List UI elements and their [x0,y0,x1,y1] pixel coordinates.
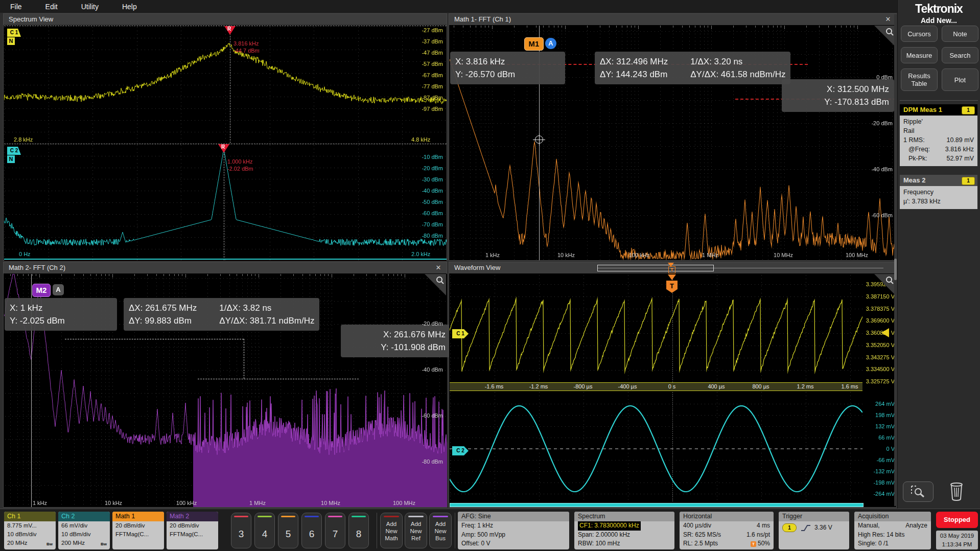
channel-button-number: 5 [278,529,298,540]
menu-item-edit[interactable]: Edit [45,3,58,11]
scrollbar-handle[interactable] [894,259,897,280]
math1-close-button[interactable]: ✕ [883,14,893,25]
zoom-region-button[interactable] [903,481,934,502]
dpm-row-value: 10.89 mV [946,135,974,145]
channel-button-8[interactable]: 8 [348,513,369,548]
delta-slope: ΔY/ΔX: 461.58 ndBm/Hz [690,68,785,81]
add-new-bus-button[interactable]: AddNewBus [429,513,452,548]
menu-item-file[interactable]: File [10,3,22,11]
math2-cursor-b-readout[interactable]: X: 261.676 MHz Y: -101.908 dBm [341,325,451,357]
dpm-meas-row: 1 RMS:10.89 mV [903,135,974,145]
acquisition-badge[interactable]: Acquisition Manual,Analyze High Res: 14 … [854,512,931,549]
channel-color-stripe [234,516,248,517]
math1-xlabel: 10 kHz [557,252,575,258]
math1-a-badge[interactable]: A [545,38,556,49]
channel-button-6[interactable]: 6 [301,513,322,548]
ch1-vlabel: 3.352050 V [861,342,895,348]
afg-badge[interactable]: AFG: Sine Freq: 1 kHzAmp: 500 mVppOffset… [458,512,569,549]
add-button-line: Bus [430,535,451,542]
time-label: 400 µs [708,383,725,389]
time-label: 800 µs [752,383,769,389]
math2-delta-readout[interactable]: ΔX: 261.675 MHz 1/ΔX: 3.82 ns ΔY: 99.883… [124,298,319,331]
channel-card-math-2[interactable]: Math 220 dBm/divFFTMag(C... [167,512,218,549]
channel-card-ch-1[interactable]: Ch 18.775 mV...10 dBm/div20 MHzBw [4,512,56,549]
add-new-ref-button[interactable]: AddNewRef [405,513,427,548]
math2-cursor-hline-b [198,379,359,379]
ch1-vlabel: 3.387150 V [861,293,895,300]
channel-button-4[interactable]: 4 [254,513,275,548]
channel-card-math-1[interactable]: Math 120 dBm/divFFTMag(C... [112,512,164,549]
trigger-position-t[interactable]: T [668,266,675,273]
trash-button[interactable] [948,481,968,502]
horizontal-right: 1.6 ns/pt [746,531,770,540]
math2-m2-badge[interactable]: M2 [32,284,51,297]
afg-line: Freq: 1 kHz [458,521,569,531]
ch1-normal-badge[interactable]: N [7,37,15,45]
spectrum-ch1-plot[interactable] [4,26,447,144]
spectrum-cf1-value[interactable]: CF1: 3.78300000 kHz [578,521,641,531]
ch1-waveform-plot[interactable] [450,274,862,382]
main-vertical-scrollbar[interactable] [894,14,897,506]
run-stop-status[interactable]: Stopped [936,512,978,528]
ch2-vlabel: -66 mV [861,457,895,463]
sidebar-button-plot[interactable]: Plot [942,68,978,91]
spectrum-badge[interactable]: Spectrum CF1: 3.78300000 kHz Span: 2.000… [574,512,674,549]
dpm-row-value: 3.816 kHz [945,145,974,154]
menu-item-help[interactable]: Help [122,3,137,11]
menu-item-utility[interactable]: Utility [81,3,99,11]
ch1-marker-line [230,26,230,143]
dpm-meas1-header[interactable]: DPM Meas 1 1 [900,104,977,116]
horizontal-badge[interactable]: Horizontal 400 µs/div4 msSR: 625 MS/s1.6… [680,512,774,549]
math2-a-badge[interactable]: A [53,284,64,295]
ch1-reference-marker[interactable]: R [224,26,236,35]
sidebar-button-cursors[interactable]: Cursors [901,26,938,42]
ch2-reference-marker[interactable]: R [218,144,229,153]
sidebar-button-results-table[interactable]: Results Table [901,68,938,91]
math1-title: Math 1- FFT (Ch 1) [449,14,896,25]
sidebar-button-note[interactable]: Note [942,26,978,42]
spectrum-ch2-plot[interactable] [4,144,447,261]
acq-mode: Manual, [858,521,880,531]
right-sidebar: Tektronix Add New... CursorsNoteMeasureS… [897,0,980,509]
channel-card-ch-2[interactable]: Ch 266 mV/div10 dBm/div200 MHzBw [58,512,110,549]
ch2-horizontal-scrollbar[interactable] [450,503,864,507]
math1-cursor-b-readout[interactable]: X: 312.500 MHz Y: -170.813 dBm [782,79,894,112]
channel-color-stripe [328,516,342,517]
delta-x: ΔX: 261.675 MHz [129,302,197,314]
horizontal-row: SR: 625 MS/s1.6 ns/pt [680,531,774,540]
math2-xlabel: 1 MHz [249,500,266,506]
line1-text: 66 mV/div [61,521,87,530]
line3-text: 20 MHz [7,539,28,548]
channel-button-number: 3 [231,529,251,540]
channel-color-stripe [281,516,295,517]
channel-button-7[interactable]: 7 [325,513,345,548]
channel-button-5[interactable]: 5 [278,513,298,548]
sidebar-button-measure[interactable]: Measure [901,47,938,63]
ch1-level-arrow-icon[interactable] [881,328,889,337]
sidebar-button-search[interactable]: Search [942,47,978,63]
math2-xlabel: 10 MHz [321,500,340,506]
math2-close-button[interactable]: ✕ [433,262,444,273]
math1-m1-badge[interactable]: M1 [524,37,544,51]
meas2-card[interactable]: Meas 2 1 Frequency µ': 3.783 kHz [900,175,977,209]
channel-card-line2: 10 dBm/div [58,530,110,539]
rising-edge-icon [801,524,811,532]
trigger-source-badge: 1 [782,523,797,532]
meas2-header[interactable]: Meas 2 1 [900,175,977,186]
dpm-meas1-card[interactable]: DPM Meas 1 1 Ripple' Rail 1 RMS:10.89 mV… [900,104,977,166]
inv-delta-x: 1/ΔX: 3.82 ns [219,302,314,314]
add-new-math-button[interactable]: AddNewMath [380,513,403,548]
spectrum-badge-title: Spectrum [574,512,674,521]
math1-delta-readout[interactable]: ΔX: 312.496 MHz 1/ΔX: 3.20 ns ΔY: 144.24… [595,52,790,84]
ch2-normal-badge[interactable]: N [7,155,15,163]
dpm-line1: Ripple' [903,117,974,126]
bottom-settings-bar: Ch 18.775 mV...10 dBm/div20 MHzBwCh 266 … [0,509,980,551]
separator [455,513,455,548]
trigger-badge[interactable]: Trigger 1 3.36 V [779,512,849,549]
math1-cursor-crosshair[interactable] [535,135,543,144]
math2-cursor-a-readout[interactable]: X: 1 kHz Y: -2.025 dBm [5,298,117,331]
record-window-indicator[interactable] [597,265,714,271]
ch2-waveform-plot[interactable] [450,391,862,502]
channel-button-3[interactable]: 3 [231,513,251,548]
math1-cursor-a-readout[interactable]: X: 3.816 kHz Y: -26.570 dBm [450,52,565,84]
